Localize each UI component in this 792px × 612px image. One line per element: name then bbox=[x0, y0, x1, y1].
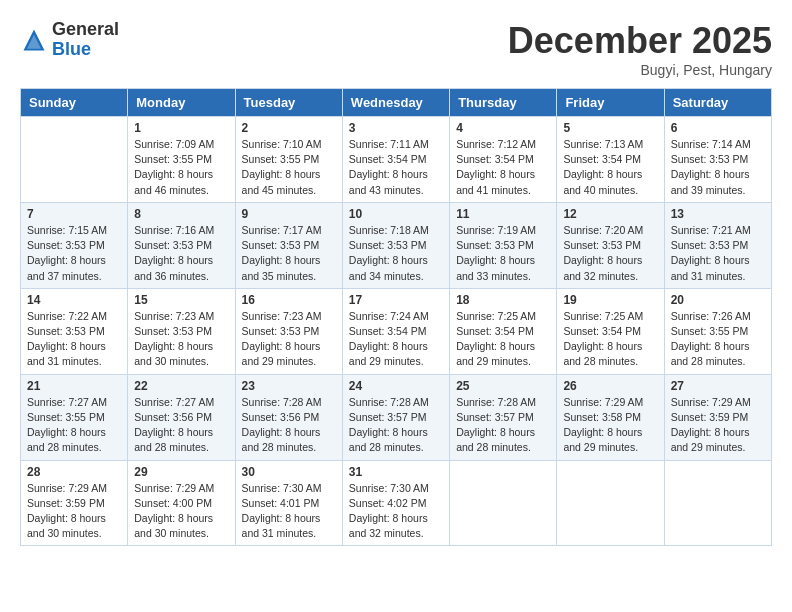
day-number: 31 bbox=[349, 465, 443, 479]
day-info: Sunrise: 7:22 AM Sunset: 3:53 PM Dayligh… bbox=[27, 309, 121, 370]
day-info: Sunrise: 7:29 AM Sunset: 4:00 PM Dayligh… bbox=[134, 481, 228, 542]
calendar-cell: 30Sunrise: 7:30 AM Sunset: 4:01 PM Dayli… bbox=[235, 460, 342, 546]
calendar-cell: 25Sunrise: 7:28 AM Sunset: 3:57 PM Dayli… bbox=[450, 374, 557, 460]
day-info: Sunrise: 7:24 AM Sunset: 3:54 PM Dayligh… bbox=[349, 309, 443, 370]
weekday-header-cell: Friday bbox=[557, 89, 664, 117]
calendar-week-row: 14Sunrise: 7:22 AM Sunset: 3:53 PM Dayli… bbox=[21, 288, 772, 374]
day-number: 30 bbox=[242, 465, 336, 479]
day-info: Sunrise: 7:27 AM Sunset: 3:55 PM Dayligh… bbox=[27, 395, 121, 456]
day-number: 4 bbox=[456, 121, 550, 135]
calendar-cell: 13Sunrise: 7:21 AM Sunset: 3:53 PM Dayli… bbox=[664, 202, 771, 288]
day-info: Sunrise: 7:14 AM Sunset: 3:53 PM Dayligh… bbox=[671, 137, 765, 198]
day-info: Sunrise: 7:28 AM Sunset: 3:57 PM Dayligh… bbox=[456, 395, 550, 456]
day-number: 5 bbox=[563, 121, 657, 135]
day-info: Sunrise: 7:13 AM Sunset: 3:54 PM Dayligh… bbox=[563, 137, 657, 198]
calendar-cell: 16Sunrise: 7:23 AM Sunset: 3:53 PM Dayli… bbox=[235, 288, 342, 374]
calendar-cell: 22Sunrise: 7:27 AM Sunset: 3:56 PM Dayli… bbox=[128, 374, 235, 460]
calendar-cell: 7Sunrise: 7:15 AM Sunset: 3:53 PM Daylig… bbox=[21, 202, 128, 288]
calendar-cell: 6Sunrise: 7:14 AM Sunset: 3:53 PM Daylig… bbox=[664, 117, 771, 203]
month-title: December 2025 bbox=[508, 20, 772, 62]
day-number: 24 bbox=[349, 379, 443, 393]
day-info: Sunrise: 7:28 AM Sunset: 3:57 PM Dayligh… bbox=[349, 395, 443, 456]
page-header: General Blue December 2025 Bugyi, Pest, … bbox=[20, 20, 772, 78]
day-info: Sunrise: 7:12 AM Sunset: 3:54 PM Dayligh… bbox=[456, 137, 550, 198]
day-info: Sunrise: 7:23 AM Sunset: 3:53 PM Dayligh… bbox=[242, 309, 336, 370]
calendar-cell: 4Sunrise: 7:12 AM Sunset: 3:54 PM Daylig… bbox=[450, 117, 557, 203]
day-info: Sunrise: 7:19 AM Sunset: 3:53 PM Dayligh… bbox=[456, 223, 550, 284]
day-number: 19 bbox=[563, 293, 657, 307]
day-number: 3 bbox=[349, 121, 443, 135]
calendar-cell: 9Sunrise: 7:17 AM Sunset: 3:53 PM Daylig… bbox=[235, 202, 342, 288]
calendar-cell bbox=[450, 460, 557, 546]
day-info: Sunrise: 7:29 AM Sunset: 3:58 PM Dayligh… bbox=[563, 395, 657, 456]
calendar-cell: 11Sunrise: 7:19 AM Sunset: 3:53 PM Dayli… bbox=[450, 202, 557, 288]
day-info: Sunrise: 7:21 AM Sunset: 3:53 PM Dayligh… bbox=[671, 223, 765, 284]
day-info: Sunrise: 7:25 AM Sunset: 3:54 PM Dayligh… bbox=[563, 309, 657, 370]
day-number: 2 bbox=[242, 121, 336, 135]
weekday-header-cell: Saturday bbox=[664, 89, 771, 117]
calendar-cell bbox=[664, 460, 771, 546]
day-info: Sunrise: 7:30 AM Sunset: 4:02 PM Dayligh… bbox=[349, 481, 443, 542]
weekday-header-cell: Wednesday bbox=[342, 89, 449, 117]
weekday-header-cell: Sunday bbox=[21, 89, 128, 117]
title-block: December 2025 Bugyi, Pest, Hungary bbox=[508, 20, 772, 78]
calendar-cell: 17Sunrise: 7:24 AM Sunset: 3:54 PM Dayli… bbox=[342, 288, 449, 374]
calendar-cell: 1Sunrise: 7:09 AM Sunset: 3:55 PM Daylig… bbox=[128, 117, 235, 203]
calendar-cell: 29Sunrise: 7:29 AM Sunset: 4:00 PM Dayli… bbox=[128, 460, 235, 546]
weekday-header-cell: Monday bbox=[128, 89, 235, 117]
day-number: 16 bbox=[242, 293, 336, 307]
logo-icon bbox=[20, 26, 48, 54]
calendar-cell: 5Sunrise: 7:13 AM Sunset: 3:54 PM Daylig… bbox=[557, 117, 664, 203]
day-number: 12 bbox=[563, 207, 657, 221]
day-info: Sunrise: 7:11 AM Sunset: 3:54 PM Dayligh… bbox=[349, 137, 443, 198]
day-info: Sunrise: 7:27 AM Sunset: 3:56 PM Dayligh… bbox=[134, 395, 228, 456]
calendar-week-row: 28Sunrise: 7:29 AM Sunset: 3:59 PM Dayli… bbox=[21, 460, 772, 546]
day-info: Sunrise: 7:25 AM Sunset: 3:54 PM Dayligh… bbox=[456, 309, 550, 370]
calendar-week-row: 1Sunrise: 7:09 AM Sunset: 3:55 PM Daylig… bbox=[21, 117, 772, 203]
calendar-cell: 14Sunrise: 7:22 AM Sunset: 3:53 PM Dayli… bbox=[21, 288, 128, 374]
calendar-cell: 8Sunrise: 7:16 AM Sunset: 3:53 PM Daylig… bbox=[128, 202, 235, 288]
day-number: 1 bbox=[134, 121, 228, 135]
day-info: Sunrise: 7:15 AM Sunset: 3:53 PM Dayligh… bbox=[27, 223, 121, 284]
day-number: 17 bbox=[349, 293, 443, 307]
day-number: 20 bbox=[671, 293, 765, 307]
logo: General Blue bbox=[20, 20, 119, 60]
calendar-cell: 19Sunrise: 7:25 AM Sunset: 3:54 PM Dayli… bbox=[557, 288, 664, 374]
day-info: Sunrise: 7:30 AM Sunset: 4:01 PM Dayligh… bbox=[242, 481, 336, 542]
calendar-cell: 20Sunrise: 7:26 AM Sunset: 3:55 PM Dayli… bbox=[664, 288, 771, 374]
day-number: 28 bbox=[27, 465, 121, 479]
location: Bugyi, Pest, Hungary bbox=[508, 62, 772, 78]
calendar-cell: 26Sunrise: 7:29 AM Sunset: 3:58 PM Dayli… bbox=[557, 374, 664, 460]
day-number: 18 bbox=[456, 293, 550, 307]
calendar-cell: 23Sunrise: 7:28 AM Sunset: 3:56 PM Dayli… bbox=[235, 374, 342, 460]
weekday-header-row: SundayMondayTuesdayWednesdayThursdayFrid… bbox=[21, 89, 772, 117]
day-info: Sunrise: 7:20 AM Sunset: 3:53 PM Dayligh… bbox=[563, 223, 657, 284]
calendar-cell: 10Sunrise: 7:18 AM Sunset: 3:53 PM Dayli… bbox=[342, 202, 449, 288]
day-info: Sunrise: 7:10 AM Sunset: 3:55 PM Dayligh… bbox=[242, 137, 336, 198]
day-number: 22 bbox=[134, 379, 228, 393]
calendar-cell: 27Sunrise: 7:29 AM Sunset: 3:59 PM Dayli… bbox=[664, 374, 771, 460]
day-number: 26 bbox=[563, 379, 657, 393]
calendar-cell: 18Sunrise: 7:25 AM Sunset: 3:54 PM Dayli… bbox=[450, 288, 557, 374]
calendar-cell: 2Sunrise: 7:10 AM Sunset: 3:55 PM Daylig… bbox=[235, 117, 342, 203]
day-info: Sunrise: 7:28 AM Sunset: 3:56 PM Dayligh… bbox=[242, 395, 336, 456]
calendar-cell: 15Sunrise: 7:23 AM Sunset: 3:53 PM Dayli… bbox=[128, 288, 235, 374]
calendar-week-row: 21Sunrise: 7:27 AM Sunset: 3:55 PM Dayli… bbox=[21, 374, 772, 460]
day-number: 21 bbox=[27, 379, 121, 393]
logo-text: General Blue bbox=[52, 20, 119, 60]
calendar-cell: 24Sunrise: 7:28 AM Sunset: 3:57 PM Dayli… bbox=[342, 374, 449, 460]
day-number: 29 bbox=[134, 465, 228, 479]
day-info: Sunrise: 7:26 AM Sunset: 3:55 PM Dayligh… bbox=[671, 309, 765, 370]
day-number: 27 bbox=[671, 379, 765, 393]
day-number: 10 bbox=[349, 207, 443, 221]
day-number: 8 bbox=[134, 207, 228, 221]
day-info: Sunrise: 7:23 AM Sunset: 3:53 PM Dayligh… bbox=[134, 309, 228, 370]
calendar-cell: 3Sunrise: 7:11 AM Sunset: 3:54 PM Daylig… bbox=[342, 117, 449, 203]
day-number: 6 bbox=[671, 121, 765, 135]
day-number: 14 bbox=[27, 293, 121, 307]
calendar-cell: 21Sunrise: 7:27 AM Sunset: 3:55 PM Dayli… bbox=[21, 374, 128, 460]
calendar-cell: 28Sunrise: 7:29 AM Sunset: 3:59 PM Dayli… bbox=[21, 460, 128, 546]
calendar-cell: 12Sunrise: 7:20 AM Sunset: 3:53 PM Dayli… bbox=[557, 202, 664, 288]
day-info: Sunrise: 7:29 AM Sunset: 3:59 PM Dayligh… bbox=[27, 481, 121, 542]
day-info: Sunrise: 7:09 AM Sunset: 3:55 PM Dayligh… bbox=[134, 137, 228, 198]
